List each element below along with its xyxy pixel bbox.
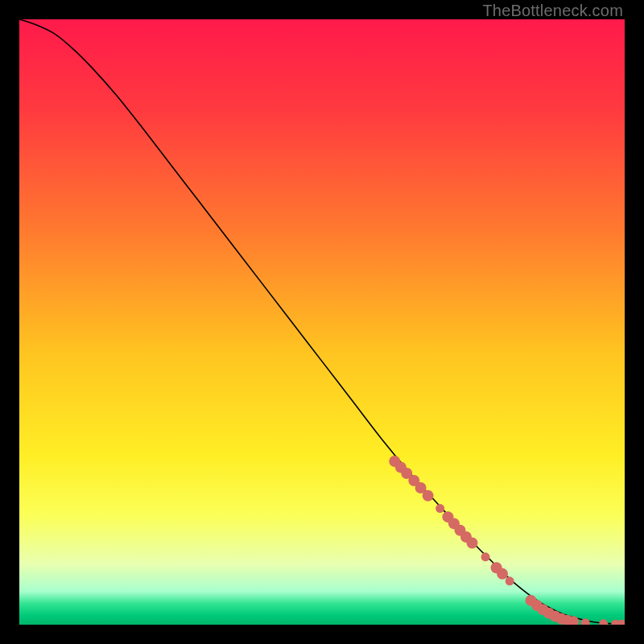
marker-dot: [436, 504, 444, 513]
marker-dot: [497, 568, 508, 580]
marker-dot: [481, 552, 490, 561]
chart-background: [19, 19, 625, 625]
bottleneck-chart: [19, 19, 625, 625]
watermark-text: TheBottleneck.com: [482, 2, 623, 20]
chart-frame: [19, 19, 625, 625]
marker-dot: [423, 490, 434, 502]
marker-dot: [506, 576, 514, 585]
marker-dot: [466, 537, 477, 548]
